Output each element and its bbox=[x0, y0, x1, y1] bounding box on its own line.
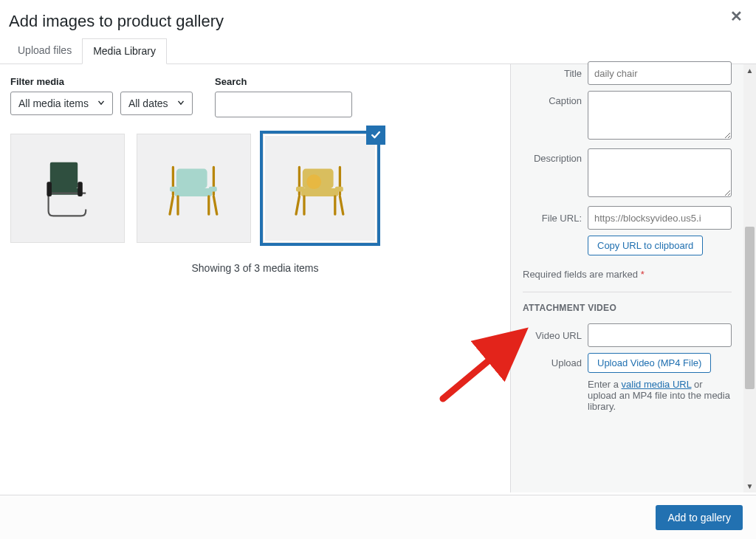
tabs: Upload files Media Library bbox=[0, 38, 756, 64]
description-textarea[interactable] bbox=[588, 148, 732, 197]
upload-label: Upload bbox=[523, 353, 588, 368]
attachment-panel-container: Title Caption Description bbox=[510, 64, 756, 492]
title-label: Title bbox=[523, 68, 588, 79]
svg-rect-0 bbox=[49, 162, 77, 188]
filter-media-type-value: All media items bbox=[18, 97, 89, 109]
video-url-input[interactable] bbox=[588, 323, 732, 347]
divider bbox=[523, 292, 732, 292]
caption-textarea[interactable] bbox=[588, 91, 732, 140]
media-library-pane: Filter media All media items All dates bbox=[0, 64, 510, 492]
help-prefix: Enter a bbox=[588, 379, 622, 390]
copy-url-button[interactable]: Copy URL to clipboard bbox=[588, 236, 703, 255]
sidebar-scrollbar[interactable]: ▲ ▼ bbox=[743, 64, 756, 492]
filter-dates-select[interactable]: All dates bbox=[120, 92, 193, 115]
description-label: Description bbox=[523, 148, 588, 164]
svg-rect-12 bbox=[334, 187, 343, 192]
caption-label: Caption bbox=[523, 91, 588, 106]
modal-title: Add images to product gallery bbox=[0, 0, 756, 38]
chair-mustard-icon bbox=[280, 148, 361, 229]
svg-point-10 bbox=[306, 174, 321, 189]
upload-help-text: Enter a valid media URL or upload an MP4… bbox=[588, 379, 732, 412]
tab-media-library[interactable]: Media Library bbox=[82, 38, 167, 64]
media-thumbnail[interactable] bbox=[137, 134, 251, 243]
chair-light-teal-icon bbox=[154, 148, 235, 229]
svg-rect-4 bbox=[176, 169, 207, 188]
search-label: Search bbox=[215, 70, 352, 92]
modal-footer: Add to gallery bbox=[0, 495, 756, 539]
chair-dark-green-icon bbox=[27, 148, 109, 229]
media-count-text: Showing 3 of 3 media items bbox=[10, 262, 500, 274]
svg-rect-3 bbox=[78, 182, 83, 196]
filter-dates-value: All dates bbox=[128, 97, 168, 109]
svg-rect-9 bbox=[300, 188, 338, 196]
required-asterisk: * bbox=[641, 269, 645, 280]
filter-media-label: Filter media bbox=[10, 70, 193, 92]
attachment-video-heading: ATTACHMENT VIDEO bbox=[523, 303, 732, 313]
attachment-details-panel: Title Caption Description bbox=[510, 64, 743, 492]
tab-upload-files[interactable]: Upload files bbox=[7, 38, 82, 64]
scrollbar-down-icon[interactable]: ▼ bbox=[743, 480, 756, 492]
search-input[interactable] bbox=[215, 92, 352, 117]
chevron-down-icon bbox=[96, 97, 106, 110]
svg-rect-2 bbox=[47, 182, 52, 196]
upload-video-button[interactable]: Upload Video (MP4 File) bbox=[588, 353, 711, 373]
media-grid bbox=[10, 134, 500, 243]
scrollbar-thumb[interactable] bbox=[745, 227, 755, 389]
chevron-down-icon bbox=[176, 97, 186, 110]
selected-check-icon[interactable] bbox=[366, 126, 385, 145]
file-url-input[interactable] bbox=[588, 206, 732, 230]
svg-rect-6 bbox=[170, 187, 178, 192]
media-thumbnail[interactable] bbox=[263, 134, 377, 243]
valid-media-url-link[interactable]: valid media URL bbox=[622, 379, 692, 390]
filter-media-type-select[interactable]: All media items bbox=[10, 92, 113, 115]
svg-rect-11 bbox=[296, 187, 304, 192]
modal-body: Filter media All media items All dates bbox=[0, 64, 756, 492]
svg-rect-7 bbox=[208, 187, 216, 192]
title-input[interactable] bbox=[588, 61, 732, 85]
media-thumbnail[interactable] bbox=[10, 134, 125, 243]
add-to-gallery-button[interactable]: Add to gallery bbox=[656, 505, 743, 530]
required-note-text: Required fields are marked bbox=[523, 269, 638, 280]
video-url-label: Video URL bbox=[523, 330, 588, 341]
svg-rect-5 bbox=[174, 188, 212, 196]
filter-row: Filter media All media items All dates bbox=[10, 70, 500, 117]
file-url-label: File URL: bbox=[523, 213, 588, 224]
close-icon[interactable]: ✕ bbox=[730, 7, 743, 25]
required-note: Required fields are marked * bbox=[523, 269, 732, 280]
media-modal: Add images to product gallery ✕ Upload f… bbox=[0, 0, 756, 539]
scrollbar-up-icon[interactable]: ▲ bbox=[743, 64, 756, 77]
